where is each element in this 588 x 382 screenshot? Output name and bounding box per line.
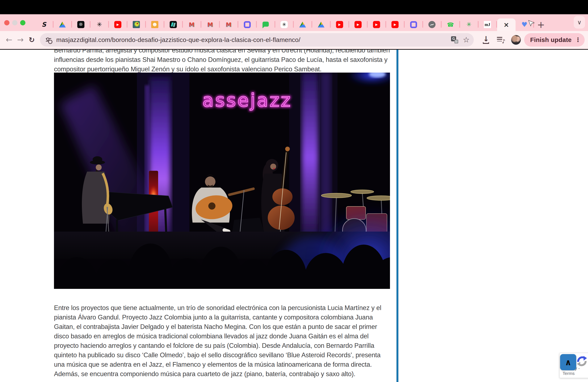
browser-toolbar: ← → ↻ masjazzdigital.com/borondo-desafio… (0, 31, 588, 49)
tab-google-drive[interactable] (312, 18, 330, 31)
monkey-orange-icon: ☻ (151, 21, 158, 28)
profile-avatar[interactable] (511, 35, 521, 45)
tab-snowflake-dark[interactable]: ❊ (72, 18, 90, 31)
article-photo: assejazz assejazz (54, 73, 390, 289)
tab-green-burst[interactable]: ✳ (460, 18, 478, 31)
whatsapp-icon: ☎ (447, 21, 454, 28)
screen-top-black-bar (0, 0, 588, 14)
tab-whatsapp[interactable]: ☎ (442, 18, 459, 31)
neon-sign-text: assejazz (202, 89, 292, 111)
google-chat-icon (262, 22, 269, 27)
tab-google-drive[interactable] (54, 18, 71, 31)
tab-google-chat[interactable] (257, 18, 274, 31)
pixel-face-icon (133, 21, 140, 28)
back-button[interactable]: ← (3, 34, 15, 46)
tab-s-logo[interactable]: S (35, 18, 53, 31)
mouse-cursor (528, 20, 535, 27)
minimize-window-button[interactable] (12, 20, 18, 25)
content-divider-rule (397, 50, 398, 382)
tab-gmail[interactable]: M (201, 18, 219, 31)
s-logo-icon: S (40, 21, 47, 28)
tab-youtube[interactable]: ▶ (368, 18, 385, 31)
tab-gmail[interactable]: M (220, 18, 237, 31)
article-paragraph-top: Bernardo Parrilla, arreglista y composit… (54, 50, 390, 74)
close-window-button[interactable] (4, 20, 9, 25)
tab-strip: S❊✳▶☻MMM✳▶▶▶▶☎✳mJ × + ∨ (0, 14, 588, 31)
recaptcha-logo-icon (576, 356, 587, 366)
page-viewport: Bernardo Parrilla, arreglista y composit… (0, 50, 588, 382)
tab-youtube[interactable]: ▶ (331, 18, 348, 31)
tab-masjazz-mj[interactable]: mJ (479, 18, 496, 31)
tab-gmail[interactable]: M (183, 18, 201, 31)
tab-purple-loop[interactable] (238, 18, 256, 31)
tab-search-button[interactable]: ∨ (574, 16, 585, 29)
tab-globe[interactable] (423, 18, 441, 31)
teal-dark-icon (170, 21, 177, 28)
finish-update-button[interactable]: Finish update ⋮ (524, 33, 585, 47)
new-tab-button[interactable]: + (534, 18, 548, 31)
youtube-icon: ▶ (373, 21, 380, 28)
google-drive-icon (318, 22, 324, 27)
active-tab[interactable]: × (497, 19, 516, 31)
tab-teal-dark[interactable] (165, 18, 182, 31)
heart-icon (521, 21, 528, 28)
tab-monkey-orange[interactable]: ☻ (146, 18, 164, 31)
tab-purple-loop[interactable] (405, 18, 422, 31)
translate-text-glyph (454, 40, 458, 43)
google-drive-icon (299, 22, 306, 27)
tab-openai-light[interactable]: ✳ (275, 18, 293, 31)
media-controls-icon[interactable] (496, 35, 505, 44)
close-tab-icon[interactable]: × (504, 21, 509, 29)
zoom-window-button[interactable] (20, 20, 25, 25)
gmail-icon: M (188, 21, 195, 28)
openai-light-icon: ✳ (281, 21, 288, 28)
tab-youtube[interactable]: ▶ (349, 18, 367, 31)
tab-google-drive[interactable] (294, 18, 312, 31)
youtube-icon: ▶ (336, 21, 343, 28)
tab-youtube[interactable]: ▶ (109, 18, 127, 31)
article-body: Bernardo Parrilla, arreglista y composit… (54, 50, 390, 379)
youtube-icon: ▶ (355, 21, 362, 28)
translate-icon[interactable]: G (451, 36, 458, 43)
openai-dark-icon: ✳ (96, 21, 103, 28)
tab-pixel-face[interactable] (127, 18, 145, 31)
masjazz-mj-icon: mJ (484, 21, 491, 28)
green-burst-icon: ✳ (465, 21, 472, 28)
youtube-icon: ▶ (114, 21, 121, 28)
tab-openai-dark[interactable]: ✳ (90, 18, 108, 31)
traffic-lights (4, 14, 25, 31)
background-tabs: S❊✳▶☻MMM✳▶▶▶▶☎✳mJ (35, 14, 497, 31)
finish-update-label: Finish update (530, 36, 572, 43)
youtube-icon: ▶ (391, 21, 399, 28)
gmail-icon: M (225, 21, 232, 28)
snowflake-dark-icon: ❊ (77, 21, 84, 28)
scroll-to-top-button[interactable]: ∧ (560, 354, 576, 370)
browser-menu-icon[interactable]: ⋮ (575, 36, 581, 43)
google-drive-icon (59, 22, 66, 27)
gmail-icon: M (207, 21, 214, 28)
browser-window: { "window": { "traffic_lights": [ {"name… (0, 0, 588, 382)
purple-loop-icon (410, 21, 417, 28)
site-settings-icon[interactable] (45, 37, 52, 43)
address-bar[interactable]: masjazzdigital.com/borondo-desafio-jazzi… (40, 33, 474, 47)
globe-icon (428, 21, 436, 28)
purple-loop-icon (244, 21, 251, 28)
url-text[interactable]: masjazzdigital.com/borondo-desafio-jazzi… (56, 36, 451, 43)
article-paragraph-bottom: Entre los proyectos que tiene actualment… (54, 303, 390, 379)
downloads-icon[interactable]: ↓ (481, 35, 491, 45)
forward-button[interactable]: → (15, 34, 26, 46)
bookmark-star-icon[interactable]: ☆ (463, 36, 470, 44)
tab-youtube[interactable]: ▶ (386, 18, 404, 31)
reload-button[interactable]: ↻ (26, 34, 37, 46)
